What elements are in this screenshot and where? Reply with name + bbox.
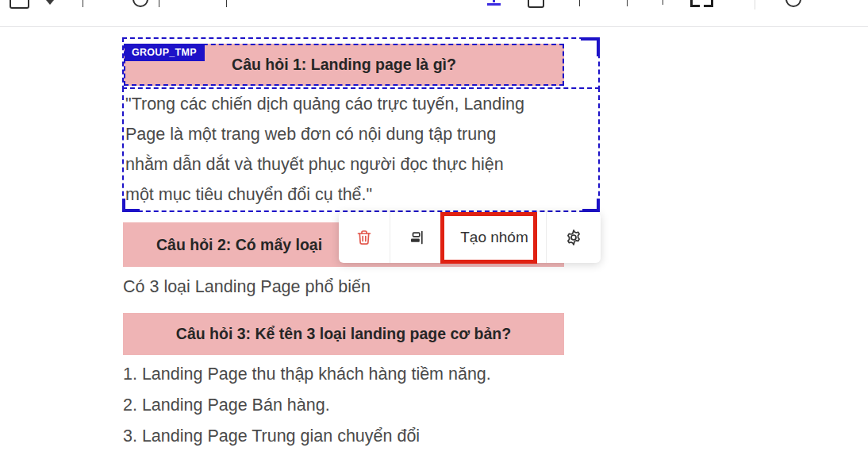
settings-button[interactable]	[547, 212, 601, 263]
list-item: 3. Landing Page Trung gian chuyển đổi	[123, 421, 631, 452]
undo-icon[interactable]	[133, 0, 148, 7]
question3-answer-list[interactable]: 1. Landing Page thu thập khách hàng tiềm…	[123, 359, 631, 452]
selection-corner	[582, 199, 600, 212]
paragraph-line: "Trong các chiến dịch quảng cáo trực tuy…	[124, 89, 598, 119]
selection-corner	[581, 37, 600, 56]
question3-heading-label: Câu hỏi 3: Kể tên 3 loại landing page cơ…	[176, 325, 511, 343]
create-group-button[interactable]: Tạo nhóm	[443, 212, 546, 263]
underline-icon[interactable]	[487, 0, 501, 6]
selection-corner	[122, 199, 140, 212]
header-divider	[579, 0, 580, 6]
question3-heading[interactable]: Câu hỏi 3: Kể tên 3 loại landing page cơ…	[123, 313, 564, 355]
element-toolbar: Tạo nhóm	[339, 212, 601, 263]
help-icon[interactable]	[785, 0, 801, 7]
fullscreen-icon[interactable]	[704, 0, 713, 7]
group-tmp-badge: GROUP_TMP	[125, 44, 205, 61]
list-item: 1. Landing Page thu thập khách hàng tiềm…	[123, 359, 631, 390]
question1-answer-textblock[interactable]: "Trong các chiến dịch quảng cáo trực tuy…	[122, 87, 600, 212]
monitor-icon[interactable]	[10, 0, 29, 9]
gear-icon	[564, 228, 583, 247]
paragraph-line: Page là một trang web đơn có nội dung tậ…	[124, 119, 598, 149]
fullscreen-icon[interactable]	[690, 0, 700, 7]
trash-icon	[355, 229, 373, 246]
align-button[interactable]	[390, 212, 443, 263]
chevron-down-icon[interactable]	[46, 0, 54, 5]
align-icon	[408, 229, 425, 246]
underline-icon-stem	[493, 0, 495, 2]
paragraph-line: nhằm dẫn dắt và thuyết phục người đọc th…	[124, 149, 598, 179]
paragraph-line: một mục tiêu chuyển đổi cụ thể."	[124, 179, 598, 210]
header-divider	[627, 0, 628, 6]
question2-answer-text[interactable]: Có 3 loại Landing Page phổ biến	[123, 275, 615, 299]
list-item: 2. Landing Page Bán hàng.	[123, 390, 631, 421]
header-divider	[755, 0, 755, 10]
header-divider	[159, 0, 159, 7]
question1-heading-label: Câu hỏi 1: Landing page là gì?	[232, 56, 456, 74]
question2-heading-label: Câu hỏi 2: Có mấy loại	[156, 236, 322, 254]
delete-button[interactable]	[339, 212, 390, 263]
underline-icon-bar	[487, 3, 501, 6]
header-divider	[663, 0, 663, 5]
copy-icon[interactable]	[528, 0, 544, 8]
header-divider	[226, 0, 227, 7]
header-divider	[83, 0, 83, 7]
app-header	[0, 0, 868, 27]
